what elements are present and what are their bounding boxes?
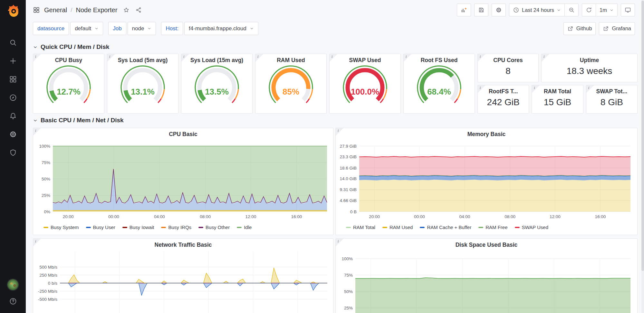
- breadcrumb-section[interactable]: General: [44, 6, 67, 14]
- refresh-button[interactable]: [582, 4, 596, 16]
- svg-text:0%: 0%: [44, 209, 50, 214]
- svg-text:12:00: 12:00: [245, 214, 256, 219]
- legend-item[interactable]: RAM Cache + Buffer: [420, 225, 471, 230]
- panel-memory-basic: i Memory Basic 20:0000:0004:0008:0012:00…: [335, 128, 638, 235]
- panel-info-icon[interactable]: i: [336, 239, 343, 246]
- panel-title[interactable]: CPU Basic: [169, 128, 197, 138]
- refresh-controls: 1m: [582, 4, 618, 16]
- svg-text:4.66 GiB: 4.66 GiB: [340, 198, 357, 203]
- panel-title[interactable]: Network Traffic Basic: [155, 239, 212, 248]
- svg-text:00:00: 00:00: [414, 214, 425, 219]
- panel-info-icon[interactable]: i: [478, 54, 485, 62]
- panel-info-icon[interactable]: i: [586, 85, 594, 93]
- help-icon[interactable]: [9, 297, 17, 305]
- panel-sys-load-15m-avg: iSys Load (15m avg)13.5%: [181, 54, 253, 114]
- dashboards-icon[interactable]: [9, 75, 17, 83]
- server-admin-shield-icon[interactable]: [9, 149, 17, 157]
- legend-item[interactable]: Busy Other: [198, 225, 230, 230]
- user-avatar[interactable]: [7, 279, 19, 291]
- legend-item[interactable]: Busy IRQs: [161, 225, 191, 230]
- link-label: Grafana: [612, 25, 631, 32]
- panel-info-icon[interactable]: i: [404, 54, 411, 62]
- variable-value-dropdown[interactable]: default: [70, 22, 103, 35]
- star-icon[interactable]: [123, 7, 130, 13]
- panel-info-icon[interactable]: i: [181, 54, 189, 62]
- search-icon[interactable]: [9, 39, 17, 47]
- panel-info-icon[interactable]: i: [33, 128, 41, 136]
- legend-label: RAM Free: [485, 225, 507, 230]
- row-title: Basic CPU / Mem / Net / Disk: [41, 117, 124, 124]
- panel-title[interactable]: Root FS Used: [421, 54, 458, 64]
- variable-value-dropdown[interactable]: f4-mumbai.frappe.cloud: [184, 22, 258, 35]
- legend-swatch: [86, 227, 91, 228]
- gauge: 68.4%: [407, 64, 471, 106]
- panel-title[interactable]: RootFS T...: [489, 85, 518, 95]
- panel-info-icon[interactable]: i: [336, 128, 343, 136]
- legend-label: RAM Used: [389, 225, 413, 230]
- share-icon[interactable]: [135, 7, 142, 13]
- panel-title[interactable]: CPU Busy: [55, 54, 82, 64]
- legend-item[interactable]: Busy User: [86, 225, 115, 230]
- dashboard-grid-icon[interactable]: [33, 6, 40, 14]
- panel-info-icon[interactable]: i: [255, 54, 263, 62]
- scrollbar[interactable]: [641, 0, 644, 313]
- panel-title[interactable]: RAM Used: [277, 54, 305, 64]
- variable-value-dropdown[interactable]: node: [128, 22, 156, 35]
- panel-title[interactable]: Sys Load (15m avg): [190, 54, 243, 64]
- panel-info-icon[interactable]: i: [107, 54, 115, 62]
- legend-item[interactable]: Busy System: [43, 225, 79, 230]
- variable-label: Job: [108, 22, 126, 35]
- gear-icon: [495, 7, 502, 13]
- panel-title[interactable]: SWAP Used: [349, 54, 381, 64]
- gauge-strip: iCPU Busy12.7%iSys Load (5m avg)13.1%iSy…: [33, 54, 638, 114]
- panel-title[interactable]: SWAP Tot...: [596, 85, 628, 95]
- scrollbar-thumb[interactable]: [641, 1, 644, 271]
- legend-item[interactable]: RAM Total: [346, 225, 375, 230]
- panel-cpu-busy: iCPU Busy12.7%: [33, 54, 104, 114]
- panel-info-icon[interactable]: i: [542, 54, 549, 62]
- row-header-basic-cpu-mem-net-disk[interactable]: Basic CPU / Mem / Net / Disk: [33, 114, 638, 127]
- panel-title[interactable]: Disk Space Used Basic: [456, 239, 518, 248]
- alerting-bell-icon[interactable]: [9, 112, 17, 120]
- cpu-basic-chart[interactable]: 20:0000:0004:0008:0012:0016:000%25%50%75…: [36, 138, 330, 225]
- breadcrumb-title[interactable]: Node Exporter: [76, 6, 117, 14]
- disk-space-chart[interactable]: 20:0000:0004:0008:0012:0016:00100%75%50%…: [339, 249, 634, 313]
- row-header-quick-cpu-mem-disk[interactable]: Quick CPU / Mem / Disk: [33, 40, 638, 54]
- save-dashboard-button[interactable]: [474, 4, 488, 16]
- panel-info-icon[interactable]: i: [330, 54, 337, 62]
- svg-text:23.3 GiB: 23.3 GiB: [340, 154, 357, 159]
- add-panel-button[interactable]: [457, 4, 471, 16]
- legend-item[interactable]: RAM Used: [382, 225, 413, 230]
- network-traffic-chart[interactable]: 20:0000:0004:0008:0012:0016:00500 Mb/s25…: [35, 249, 331, 313]
- memory-basic-chart[interactable]: 20:0000:0004:0008:0012:0016:000 B4.66 Gi…: [339, 138, 634, 225]
- legend-label: Busy Other: [206, 225, 230, 230]
- legend-item[interactable]: Busy Iowait: [122, 225, 154, 230]
- legend-item[interactable]: SWAP Used: [515, 225, 549, 230]
- panel-title[interactable]: CPU Cores: [493, 54, 523, 64]
- refresh-interval-picker[interactable]: 1m: [596, 4, 618, 16]
- stat-value: 8 GiB: [601, 97, 623, 107]
- github-link-button[interactable]: Github: [563, 22, 596, 35]
- panel-info-icon[interactable]: i: [478, 85, 485, 93]
- legend-item[interactable]: Idle: [237, 225, 252, 230]
- zoom-out-button[interactable]: [565, 4, 579, 16]
- explore-compass-icon[interactable]: [9, 94, 17, 102]
- panel-info-icon[interactable]: i: [532, 85, 540, 93]
- dashboard-settings-button[interactable]: [492, 4, 506, 16]
- cycle-view-button[interactable]: [621, 4, 635, 16]
- panel-title[interactable]: Uptime: [580, 54, 599, 64]
- panel-rootfs-t: iRootFS T...242 GiB: [477, 85, 529, 114]
- plus-icon[interactable]: [9, 57, 17, 65]
- panel-info-icon[interactable]: i: [33, 54, 41, 62]
- panel-title[interactable]: RAM Total: [544, 85, 571, 95]
- panel-info-icon[interactable]: i: [33, 239, 41, 246]
- configuration-gear-icon[interactable]: [9, 130, 17, 138]
- main-area: General / Node Exporter Last 24 hours 1m: [26, 0, 644, 313]
- grafana-logo[interactable]: [5, 3, 20, 17]
- time-range-picker[interactable]: Last 24 hours: [509, 4, 565, 16]
- grafana-link-button[interactable]: Grafana: [599, 22, 635, 35]
- panel-title[interactable]: Memory Basic: [467, 128, 506, 138]
- panel-title[interactable]: Sys Load (5m avg): [118, 54, 168, 64]
- legend-item[interactable]: RAM Free: [478, 225, 507, 230]
- panel-cpu-basic: i CPU Basic 20:0000:0004:0008:0012:0016:…: [33, 128, 333, 235]
